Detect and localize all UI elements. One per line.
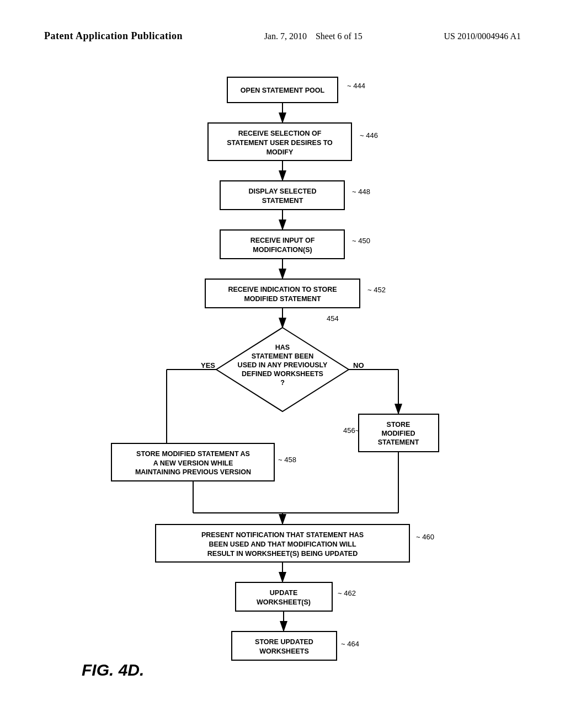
header-date-text: Jan. 7, 2010: [264, 31, 307, 41]
svg-text:~ 446: ~ 446: [360, 131, 378, 140]
svg-text:~ 450: ~ 450: [352, 237, 370, 245]
svg-text:STATEMENT BEEN: STATEMENT BEEN: [252, 352, 314, 360]
svg-marker-26: [216, 328, 349, 411]
svg-text:MODIFIED: MODIFIED: [381, 430, 415, 437]
page: Patent Application Publication Jan. 7, 2…: [0, 0, 565, 728]
svg-text:STATEMENT: STATEMENT: [378, 438, 419, 446]
header: Patent Application Publication Jan. 7, 2…: [0, 30, 565, 42]
figure-label: FIG. 4D.: [82, 661, 144, 679]
svg-text:STORE UPDATED: STORE UPDATED: [255, 638, 313, 646]
svg-rect-66: [232, 631, 337, 660]
svg-text:WORKSHEETS: WORKSHEETS: [259, 647, 309, 655]
svg-text:MODIFIED STATEMENT: MODIFIED STATEMENT: [244, 295, 321, 303]
svg-text:~ 458: ~ 458: [278, 456, 296, 464]
svg-text:A NEW VERSION WHILE: A NEW VERSION WHILE: [153, 459, 233, 467]
svg-text:MODIFICATION(S): MODIFICATION(S): [253, 246, 312, 254]
svg-text:NO: NO: [353, 361, 364, 370]
svg-text:STORE: STORE: [387, 421, 411, 429]
svg-rect-21: [205, 279, 360, 308]
flowchart-diagram: text.box-label { font-family: Arial, Hel…: [89, 72, 476, 695]
svg-rect-61: [236, 582, 332, 611]
svg-text:454: 454: [327, 314, 339, 323]
svg-text:?: ?: [280, 379, 285, 387]
svg-text:RECEIVE INDICATION TO STORE: RECEIVE INDICATION TO STORE: [228, 286, 337, 293]
svg-text:DEFINED WORKSHEETS: DEFINED WORKSHEETS: [242, 370, 323, 378]
svg-text:STORE MODIFIED STATEMENT AS: STORE MODIFIED STATEMENT AS: [136, 450, 250, 458]
svg-text:~ 464: ~ 464: [341, 640, 359, 648]
svg-text:USED IN ANY PREVIOUSLY: USED IN ANY PREVIOUSLY: [238, 361, 328, 369]
svg-text:BEEN USED AND THAT MODIFICATIO: BEEN USED AND THAT MODIFICATION WILL: [209, 540, 356, 548]
svg-text:WORKSHEET(S): WORKSHEET(S): [257, 598, 311, 606]
svg-text:RESULT IN WORKSHEET(S) BEING U: RESULT IN WORKSHEET(S) BEING UPDATED: [207, 550, 358, 558]
svg-text:UPDATE: UPDATE: [270, 589, 297, 597]
header-right: US 2010/0004946 A1: [444, 31, 521, 41]
svg-text:OPEN STATEMENT POOL: OPEN STATEMENT POOL: [241, 87, 325, 94]
svg-text:PRESENT NOTIFICATION THAT STAT: PRESENT NOTIFICATION THAT STATEMENT HAS: [201, 531, 364, 539]
svg-text:YES: YES: [201, 361, 215, 370]
header-date: Jan. 7, 2010 Sheet 6 of 15: [264, 31, 363, 41]
svg-text:MODIFY: MODIFY: [266, 148, 294, 156]
svg-text:~ 460: ~ 460: [416, 533, 434, 541]
svg-text:HAS: HAS: [275, 344, 290, 351]
svg-rect-16: [220, 230, 344, 259]
svg-rect-11: [220, 181, 344, 210]
svg-text:STATEMENT USER DESIRES TO: STATEMENT USER DESIRES TO: [227, 139, 333, 147]
svg-text:RECEIVE INPUT OF: RECEIVE INPUT OF: [250, 237, 315, 244]
svg-text:~ 448: ~ 448: [352, 188, 370, 196]
svg-text:456~: 456~: [343, 426, 360, 435]
svg-text:~ 452: ~ 452: [367, 286, 386, 294]
svg-text:~ 444: ~ 444: [347, 82, 365, 90]
svg-text:DISPLAY SELECTED: DISPLAY SELECTED: [249, 188, 317, 195]
svg-text:RECEIVE SELECTION OF: RECEIVE SELECTION OF: [238, 130, 322, 137]
svg-text:STATEMENT: STATEMENT: [262, 197, 303, 205]
svg-text:MAINTAINING PREVIOUS VERSION: MAINTAINING PREVIOUS VERSION: [135, 468, 251, 476]
svg-text:~ 462: ~ 462: [338, 589, 356, 597]
header-sheet: Sheet 6 of 15: [316, 31, 363, 41]
header-left: Patent Application Publication: [44, 30, 183, 42]
